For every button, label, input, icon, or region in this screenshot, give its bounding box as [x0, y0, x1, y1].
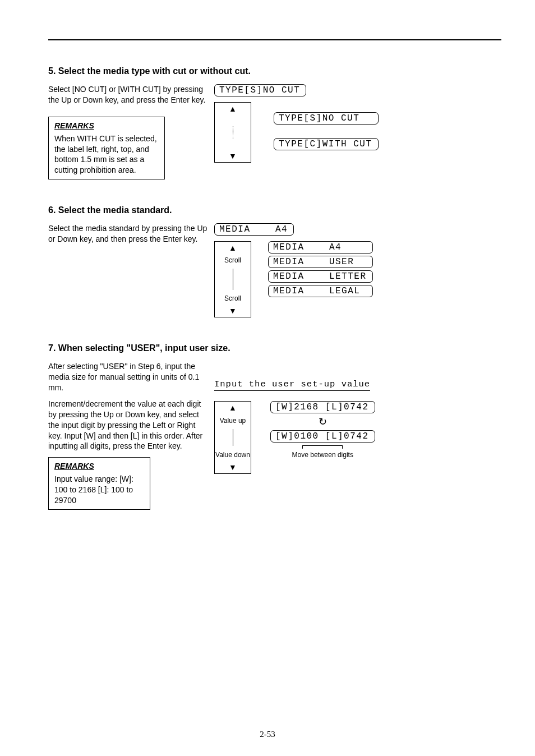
section-6-title: 6. Select the media standard.	[48, 205, 501, 215]
lcd-option: TYPE[C]WITH CUT	[274, 138, 379, 150]
lcd-display: [W]0100 [L]0742	[270, 430, 375, 442]
lcd-option: MEDIA LEGAL	[268, 285, 373, 297]
remarks-box: REMARKS When WITH CUT is selected, the l…	[48, 117, 165, 179]
remarks-box: REMARKS Input value range: [W]: 100 to 2…	[48, 457, 150, 510]
page-number: 2-53	[0, 730, 535, 739]
scroll-box: ▲ ▼	[214, 102, 251, 163]
value-down-label: Value down	[215, 451, 250, 458]
remarks-text: Input value range: [W]: 100 to 2168 [L]:…	[54, 474, 144, 506]
digit-move-label: Move between digits	[270, 451, 375, 459]
arrow-down-icon: ▼	[229, 307, 237, 315]
section-5-body: Select [NO CUT] or [WITH CUT] by pressin…	[48, 84, 211, 105]
section-7-body1: After selecting "USER" in Step 6, input …	[48, 361, 211, 393]
scroll-label-bottom: Scroll	[224, 295, 241, 302]
section-7-body2: Increment/decrement the value at each di…	[48, 399, 211, 451]
remarks-heading: REMARKS	[54, 461, 144, 472]
divider	[233, 429, 233, 446]
value-up-label: Value up	[220, 417, 246, 424]
arrow-down-icon: ▼	[229, 152, 237, 160]
digit-bracket	[302, 445, 343, 449]
lcd-display: [W]2168 [L]0742	[270, 401, 375, 413]
value-entry-title: Input the user set-up value	[214, 379, 370, 391]
lcd-option: MEDIA LETTER	[268, 270, 373, 283]
remarks-text: When WITH CUT is selected, the label lef…	[54, 133, 159, 176]
lcd-option: TYPE[S]NO CUT	[274, 112, 379, 125]
divider	[233, 126, 233, 139]
arrow-up-icon: ▲	[229, 105, 237, 113]
section-6-body: Select the media standard by pressing th…	[48, 223, 211, 245]
lcd-display: TYPE[S]NO CUT	[214, 84, 306, 96]
top-rule	[48, 39, 501, 40]
arrow-down-icon: ▼	[229, 463, 237, 471]
section-7-title: 7. When selecting "USER", input user siz…	[48, 343, 501, 353]
remarks-heading: REMARKS	[54, 121, 159, 131]
scroll-label-top: Scroll	[224, 257, 241, 264]
lcd-option: MEDIA USER	[268, 256, 373, 268]
section-5-title: 5. Select the media type with cut or wit…	[48, 66, 501, 76]
scroll-box: ▲ Scroll Scroll ▼	[214, 241, 251, 317]
arrow-up-icon: ▲	[229, 244, 237, 252]
arrow-up-icon: ▲	[229, 404, 237, 412]
loop-arrow-icon: ↻	[319, 416, 327, 427]
divider	[233, 269, 233, 290]
lcd-option: MEDIA A4	[268, 241, 373, 253]
scroll-box: ▲ Value up Value down ▼	[214, 401, 251, 474]
lcd-display: MEDIA A4	[214, 223, 294, 236]
